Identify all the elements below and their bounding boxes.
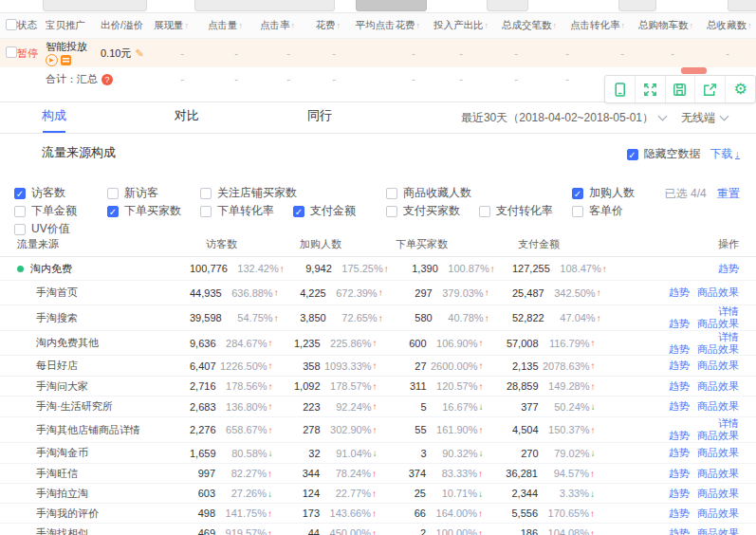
detail-link[interactable]: 详情: [718, 417, 739, 429]
product-effect-link[interactable]: 商品效果: [697, 468, 739, 479]
product-effect-link[interactable]: 商品效果: [697, 430, 739, 441]
metric-checkbox-下单金额[interactable]: 下单金额: [14, 202, 107, 220]
terminal-selector[interactable]: 无线端: [681, 110, 728, 126]
sort-arrow-icon[interactable]: ↑: [690, 21, 694, 30]
sort-arrow-icon[interactable]: ↑: [416, 21, 421, 30]
product-effect-link[interactable]: 商品效果: [697, 380, 739, 392]
metric-checkbox-支付买家数[interactable]: 支付买家数: [386, 202, 479, 220]
column-header[interactable]: 投入产出比↑: [433, 19, 502, 32]
column-header[interactable]: 宝贝推广: [46, 19, 101, 32]
red-button-fragment[interactable]: [681, 67, 707, 74]
save-icon-button[interactable]: [666, 76, 696, 102]
checkbox-icon[interactable]: ✓: [107, 206, 119, 217]
trend-link[interactable]: 趋势: [669, 318, 690, 329]
checkbox-icon[interactable]: ✓: [572, 188, 583, 199]
share-icon-button[interactable]: [695, 76, 726, 102]
product-effect-link[interactable]: 商品效果: [697, 400, 739, 412]
campaign-name[interactable]: 智能投放: [46, 41, 101, 52]
product-effect-link[interactable]: 商品效果: [697, 507, 739, 519]
detail-link[interactable]: 详情: [718, 331, 739, 342]
checkbox-icon[interactable]: ✓: [293, 206, 304, 217]
download-icon[interactable]: ↓: [735, 149, 741, 159]
tab-同行[interactable]: 同行: [307, 107, 332, 133]
tab-对比[interactable]: 对比: [175, 107, 199, 133]
metric-checkbox-下单转化率[interactable]: 下单转化率: [200, 202, 293, 220]
toolbar-button-5[interactable]: [618, 0, 656, 11]
metric-checkbox-下单买家数[interactable]: ✓下单买家数: [107, 202, 200, 220]
checkbox-icon[interactable]: [386, 206, 397, 217]
sort-arrow-icon[interactable]: ↑: [553, 21, 558, 30]
sort-arrow-icon[interactable]: ↑: [485, 21, 489, 30]
reset-link[interactable]: 重置: [717, 187, 740, 200]
play-icon[interactable]: ▶: [46, 54, 58, 66]
sort-arrow-icon[interactable]: ↑: [185, 21, 190, 30]
date-range-selector[interactable]: 最近30天（2018-04-02~2018-05-01）: [461, 110, 666, 126]
column-header[interactable]: 总收藏数↑: [707, 19, 756, 32]
column-header[interactable]: 总购物车数↑: [638, 19, 707, 32]
column-header[interactable]: 点击转化率↑: [570, 19, 638, 32]
select-all-checkbox[interactable]: [6, 19, 17, 30]
metric-checkbox-加购人数[interactable]: ✓加购人数: [572, 184, 665, 202]
product-effect-link[interactable]: 商品效果: [697, 318, 739, 329]
product-effect-link[interactable]: 商品效果: [697, 343, 739, 355]
metric-checkbox-商品收藏人数[interactable]: 商品收藏人数: [386, 184, 572, 202]
column-header[interactable]: 点击量↑: [202, 19, 256, 32]
trend-link[interactable]: 趋势: [669, 430, 690, 441]
checkbox-icon[interactable]: [14, 206, 26, 217]
product-effect-link[interactable]: 商品效果: [697, 527, 739, 535]
download-link[interactable]: 下载: [710, 146, 733, 162]
column-header[interactable]: 花费↑: [308, 19, 354, 32]
trend-link[interactable]: 趋势: [669, 380, 690, 392]
tab-构成[interactable]: 构成: [42, 107, 66, 133]
product-effect-link[interactable]: 商品效果: [697, 360, 739, 371]
mobile-icon-button[interactable]: [605, 76, 636, 102]
metric-checkbox-支付金额[interactable]: ✓支付金额: [293, 202, 386, 220]
metric-checkbox-关注店铺买家数[interactable]: 关注店铺买家数: [200, 184, 386, 202]
hide-empty-checkbox[interactable]: ✓: [627, 149, 638, 160]
column-header[interactable]: 出价/溢价: [101, 19, 154, 32]
sort-arrow-icon[interactable]: ↑: [239, 21, 244, 30]
trend-link[interactable]: 趋势: [669, 400, 690, 412]
trend-link[interactable]: 趋势: [669, 527, 690, 535]
trend-link[interactable]: 趋势: [669, 343, 690, 355]
trend-link[interactable]: 趋势: [718, 263, 739, 274]
column-header[interactable]: 展现量↑: [154, 19, 202, 32]
checkbox-icon[interactable]: [386, 188, 397, 199]
trend-link[interactable]: 趋势: [669, 360, 690, 371]
metric-checkbox-新访客[interactable]: 新访客: [107, 184, 200, 202]
trend-link[interactable]: 趋势: [669, 507, 690, 519]
trend-link[interactable]: 趋势: [669, 488, 690, 499]
checkbox-icon[interactable]: [479, 206, 490, 217]
row-checkbox[interactable]: [6, 46, 17, 58]
help-icon[interactable]: ?: [101, 74, 113, 85]
toolbar-button-6[interactable]: [728, 0, 756, 11]
trend-link[interactable]: 趋势: [669, 286, 690, 298]
sort-arrow-icon[interactable]: ↑: [747, 21, 752, 30]
trend-link[interactable]: 趋势: [669, 468, 690, 479]
checkbox-icon[interactable]: [107, 188, 119, 199]
chat-icon[interactable]: [61, 55, 71, 65]
edit-bid-icon[interactable]: ✎: [135, 47, 143, 59]
trend-link[interactable]: 趋势: [669, 447, 690, 458]
expand-icon-button[interactable]: [636, 76, 666, 102]
detail-link[interactable]: 详情: [718, 305, 739, 317]
checkbox-icon[interactable]: [572, 206, 583, 217]
toolbar-button-4[interactable]: [487, 0, 528, 11]
column-header[interactable]: 点击率↑: [256, 19, 308, 32]
toolbar-button-3[interactable]: [356, 0, 427, 11]
sort-arrow-icon[interactable]: ↑: [337, 21, 341, 30]
checkbox-icon[interactable]: [200, 206, 212, 217]
product-effect-link[interactable]: 商品效果: [697, 447, 739, 458]
metric-checkbox-支付转化率[interactable]: 支付转化率: [479, 202, 572, 220]
checkbox-icon[interactable]: [200, 188, 212, 199]
checkbox-icon[interactable]: ✓: [14, 188, 26, 199]
toolbar-button-2[interactable]: [194, 0, 335, 11]
sort-arrow-icon[interactable]: ↑: [621, 21, 626, 30]
gear-icon-button[interactable]: ⚙: [726, 76, 755, 102]
column-header[interactable]: 总成交笔数↑: [502, 19, 570, 32]
product-effect-link[interactable]: 商品效果: [697, 286, 739, 298]
metric-checkbox-客单价[interactable]: 客单价: [572, 202, 665, 220]
column-header[interactable]: 状态: [17, 19, 46, 32]
product-effect-link[interactable]: 商品效果: [697, 488, 739, 499]
column-header[interactable]: 平均点击花费↑: [354, 19, 433, 32]
